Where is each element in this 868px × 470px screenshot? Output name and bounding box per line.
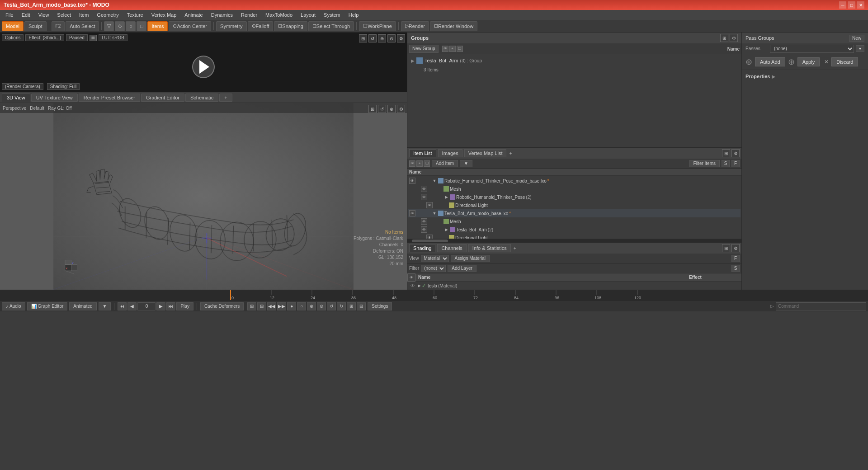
- item-eye-5[interactable]: 👁: [409, 210, 415, 216]
- add-item-dropdown-btn[interactable]: ▼: [460, 160, 472, 167]
- item-row-group1[interactable]: 👁 ▶ Robotic_Humanoid_Thinker_Pose (2): [408, 193, 741, 201]
- timeline-ruler[interactable]: 0 12 24 36 48 60 72 84 96 108: [0, 290, 868, 300]
- item-list-tab-add[interactable]: +: [508, 150, 513, 157]
- item-row-mesh1[interactable]: 👁 Mesh: [408, 185, 741, 193]
- menu-geometry[interactable]: Geometry: [93, 11, 122, 19]
- viewport-raygl[interactable]: Ray GL: Off: [48, 106, 72, 111]
- settings-btn[interactable]: Settings: [368, 302, 392, 310]
- play-button[interactable]: [192, 56, 215, 78]
- group-sub-item[interactable]: 3 Items: [409, 65, 740, 74]
- menu-maxtomodo[interactable]: MaxToModo: [262, 11, 296, 19]
- shading-expand-btn[interactable]: ⊞: [722, 244, 730, 252]
- bt-11[interactable]: ⊞: [347, 302, 356, 310]
- mode-icon-4[interactable]: □: [137, 21, 146, 31]
- cache-deformers-btn[interactable]: Cache Deformers: [200, 302, 244, 310]
- passes-dropdown[interactable]: (none): [770, 45, 854, 53]
- menu-layout[interactable]: Layout: [297, 11, 319, 19]
- auto-select-button[interactable]: Auto Select: [66, 21, 99, 31]
- vp-ctrl-3[interactable]: ⊕: [387, 105, 396, 113]
- snapping-button[interactable]: ⊞ Snapping: [274, 21, 307, 31]
- tab-shading[interactable]: Shading: [409, 244, 435, 252]
- preview-ctrl-1[interactable]: ⊞: [359, 34, 367, 42]
- tab-info-statistics[interactable]: Info & Statistics: [468, 244, 511, 252]
- item-row-group2[interactable]: 👁 ▶ Tesla_Bot_Arm (2): [408, 226, 741, 234]
- animated-btn[interactable]: Animated: [69, 302, 96, 310]
- new-group-btn[interactable]: New Group: [409, 45, 439, 53]
- minimize-button[interactable]: ─: [839, 1, 846, 9]
- item-list-settings-btn[interactable]: ⚙: [731, 149, 740, 157]
- sculpt-mode-button[interactable]: Sculpt: [24, 21, 47, 31]
- timeline-area[interactable]: 0 12 24 36 48 60 72 84 96 108: [0, 290, 868, 301]
- item-row-scene2[interactable]: 👁 ▼ Tesla_Bot_Arm_modo_base.lxo *: [408, 209, 741, 217]
- next-keyframe-btn[interactable]: ⏭: [166, 302, 175, 310]
- mode-icon-1[interactable]: ▽: [104, 21, 114, 31]
- item-row-light1[interactable]: 👁 Directional Light: [408, 201, 741, 209]
- filter-f-btn[interactable]: F: [731, 160, 740, 167]
- groups-expand-btn[interactable]: ⊞: [720, 34, 728, 42]
- play-transport-btn[interactable]: Play: [176, 302, 193, 310]
- item-expand-5[interactable]: ▼: [432, 211, 437, 216]
- menu-view[interactable]: View: [35, 11, 53, 19]
- group-item-root[interactable]: ▶ Tesla_Bot_Arm (3) : Group: [409, 56, 740, 65]
- item-eye-4[interactable]: 👁: [426, 202, 433, 208]
- bt-10[interactable]: ↻: [337, 302, 346, 310]
- groups-icon-eye[interactable]: 👁: [442, 46, 448, 52]
- command-input[interactable]: [776, 302, 866, 310]
- viewport-perspective[interactable]: Perspective: [3, 106, 26, 111]
- tab-uv-texture[interactable]: UV Texture View: [31, 94, 78, 102]
- tab-item-list[interactable]: Item List: [409, 149, 436, 157]
- mode-icon-2[interactable]: ◇: [115, 21, 125, 31]
- item-eye-1[interactable]: 👁: [409, 178, 415, 184]
- vp-ctrl-4[interactable]: ⚙: [397, 105, 405, 113]
- item-expand-7[interactable]: ▶: [443, 227, 449, 232]
- menu-system[interactable]: System: [320, 11, 344, 19]
- render-camera-btn[interactable]: (Render Camera): [2, 83, 43, 90]
- menu-animate[interactable]: Animate: [181, 11, 206, 19]
- render-window-button[interactable]: ⊞ Render Window: [430, 21, 477, 31]
- bt-8[interactable]: ⊙: [317, 302, 326, 310]
- new-pass-btn[interactable]: New: [849, 35, 864, 42]
- f2-button[interactable]: F2: [52, 21, 65, 31]
- discard-btn[interactable]: Discard: [831, 57, 858, 66]
- preview-effect-btn[interactable]: Effect: (Shadi...): [25, 34, 64, 41]
- tab-add[interactable]: +: [219, 94, 232, 102]
- item-eye-7[interactable]: 👁: [421, 226, 427, 233]
- shading-eye-header[interactable]: 👁: [407, 273, 415, 282]
- menu-vertex-map[interactable]: Vertex Map: [148, 11, 180, 19]
- auto-add-btn[interactable]: Auto Add: [755, 57, 785, 66]
- select-through-button[interactable]: ⊟ Select Through: [308, 21, 354, 31]
- il-icon-plus[interactable]: +: [416, 160, 423, 167]
- falloff-button[interactable]: ⊕ Falloff: [248, 21, 274, 31]
- apply-btn[interactable]: Apply: [797, 57, 820, 66]
- shading-f-btn[interactable]: F: [731, 255, 740, 262]
- prev-keyframe-btn[interactable]: ⏮: [118, 302, 127, 310]
- workplane-button[interactable]: ☐ WorkPlane: [359, 21, 396, 31]
- bt-5[interactable]: ●: [287, 302, 296, 310]
- discard-x-icon[interactable]: ✕: [824, 59, 829, 65]
- action-center-button[interactable]: ⊙ Action Center: [169, 21, 211, 31]
- item-eye-6[interactable]: 👁: [421, 218, 427, 225]
- maximize-button[interactable]: □: [848, 1, 855, 9]
- properties-arrow[interactable]: ▶: [772, 74, 775, 79]
- item-row-scene1[interactable]: 👁 ▼ Robotic_Humanoid_Thinker_Pose_modo_b…: [408, 177, 741, 185]
- items-button[interactable]: Items: [147, 21, 168, 31]
- tab-images[interactable]: Images: [438, 149, 462, 157]
- item-expand-1[interactable]: ▼: [432, 178, 437, 183]
- tab-gradient-editor[interactable]: Gradient Editor: [141, 94, 184, 102]
- bt-7[interactable]: ⊕: [307, 302, 316, 310]
- shading-view-dropdown[interactable]: Material: [421, 255, 449, 262]
- tab-render-preset[interactable]: Render Preset Browser: [79, 94, 140, 102]
- groups-icon-lock[interactable]: +: [449, 46, 456, 52]
- frame-input[interactable]: [137, 302, 156, 310]
- bt-6[interactable]: ○: [297, 302, 306, 310]
- menu-item[interactable]: Item: [75, 11, 92, 19]
- bt-12[interactable]: ⊟: [357, 302, 366, 310]
- bt-9[interactable]: ↺: [327, 302, 336, 310]
- auto-add-icon[interactable]: ⊕: [745, 57, 752, 67]
- menu-select[interactable]: Select: [53, 11, 75, 19]
- audio-btn[interactable]: ♪ Audio: [2, 302, 25, 310]
- bt-4[interactable]: ▶▶: [277, 302, 286, 310]
- bt-3[interactable]: ◀◀: [267, 302, 276, 310]
- menu-file[interactable]: File: [2, 11, 17, 19]
- animated-dropdown-btn[interactable]: ▼: [99, 302, 111, 310]
